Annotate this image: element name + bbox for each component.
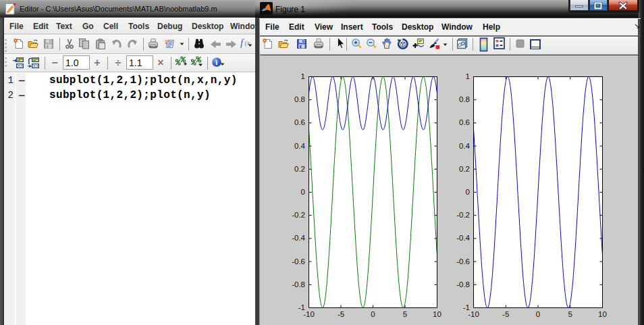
svg-text:i: i <box>215 58 217 66</box>
svg-text:f: f <box>240 38 244 48</box>
